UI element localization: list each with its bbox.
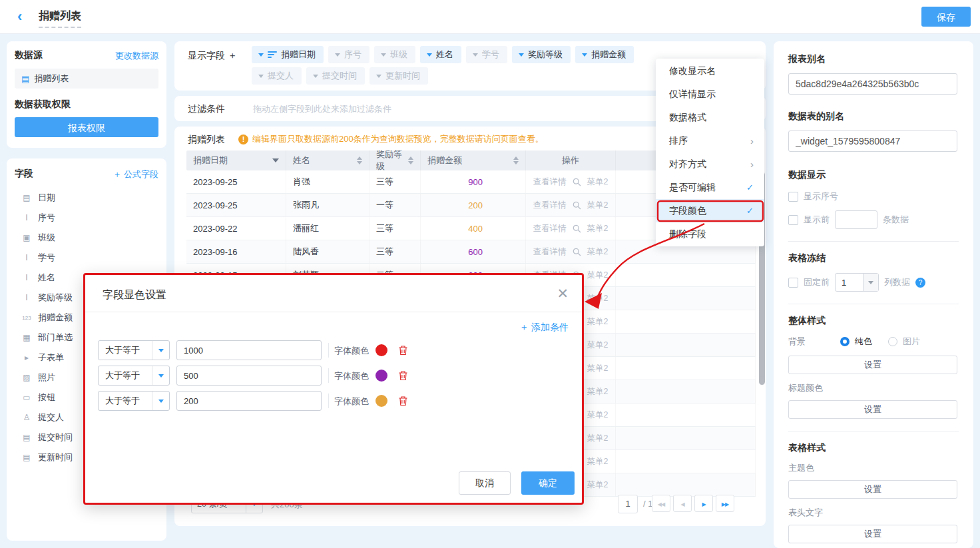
search-icon[interactable] (573, 178, 581, 186)
operator-select[interactable]: 大于等于 (98, 340, 170, 360)
prev-page-button[interactable]: ◀ (673, 495, 692, 512)
save-button[interactable]: 保存 (921, 7, 971, 27)
divider (788, 304, 959, 304)
menu2-link[interactable]: 菜单2 (587, 223, 609, 234)
display-field-chip[interactable]: 班级 (374, 46, 415, 63)
search-icon[interactable] (573, 248, 581, 256)
display-field-chip[interactable]: 学号 (466, 46, 507, 63)
display-field-chip[interactable]: 姓名 (420, 46, 461, 63)
menu2-link[interactable]: 菜单2 (587, 246, 609, 258)
bg-image-radio[interactable] (888, 337, 897, 346)
search-icon[interactable] (573, 201, 581, 210)
display-field-chip[interactable]: 更新时间 (369, 67, 428, 85)
field-item-班级[interactable]: ▣班级 (7, 228, 166, 248)
column-header-捐赠金额[interactable]: 捐赠金额 (421, 150, 526, 170)
page-number-input[interactable]: 1 (618, 495, 638, 513)
view-detail-link[interactable]: 查看详情 (533, 200, 567, 211)
menu-item-仅详情显示[interactable]: 仅详情显示 (656, 83, 764, 106)
sort-icon[interactable] (408, 156, 413, 164)
first-page-button[interactable]: ◀◀ (652, 495, 670, 512)
menu2-link[interactable]: 菜单2 (587, 340, 609, 351)
menu2-link[interactable]: 菜单2 (587, 479, 609, 491)
change-datasource-link[interactable]: 更改数据源 (115, 50, 158, 62)
display-field-chip[interactable]: 提交时间 (306, 67, 365, 85)
header-text-set-button[interactable]: 设置 (788, 525, 957, 543)
view-detail-link[interactable]: 查看详情 (533, 176, 567, 188)
next-page-button[interactable]: ▶ (694, 495, 713, 512)
view-detail-link[interactable]: 查看详情 (533, 223, 567, 234)
menu2-link[interactable]: 菜单2 (587, 316, 609, 328)
menu-item-排序[interactable]: 排序› (656, 129, 764, 152)
add-condition-link[interactable]: ＋ 添加条件 (519, 322, 569, 334)
menu-item-删除字段[interactable]: 删除字段 (656, 222, 764, 246)
menu-item-修改显示名[interactable]: 修改显示名 (656, 59, 764, 83)
menu2-link[interactable]: 菜单2 (587, 200, 609, 211)
column-header-奖励等级[interactable]: 奖励等级 (369, 150, 421, 170)
delete-icon[interactable] (398, 345, 408, 358)
menu2-link[interactable]: 菜单2 (587, 456, 609, 467)
column-header-捐赠日期[interactable]: 捐赠日期 (186, 150, 286, 170)
operator-select[interactable]: 大于等于 (98, 366, 170, 386)
display-field-chip[interactable]: 奖励等级 (512, 46, 571, 63)
threshold-input[interactable] (176, 340, 322, 360)
add-formula-field-link[interactable]: ＋ 公式字段 (113, 168, 158, 180)
menu2-link[interactable]: 菜单2 (587, 410, 609, 421)
fix-first-checkbox[interactable] (788, 278, 798, 288)
color-swatch[interactable] (375, 344, 387, 356)
column-header-操作[interactable]: 操作 (526, 150, 616, 170)
cancel-button[interactable]: 取消 (459, 471, 511, 495)
confirm-button[interactable]: 确定 (521, 471, 575, 495)
threshold-input[interactable] (176, 366, 322, 386)
theme-color-set-button[interactable]: 设置 (788, 480, 957, 499)
report-permission-button[interactable]: 报表权限 (15, 117, 158, 137)
threshold-input[interactable] (176, 391, 322, 411)
display-field-chip[interactable]: 捐赠日期 (252, 46, 324, 63)
filter-dropzone[interactable]: 拖动左侧字段到此处来添加过滤条件 (253, 103, 391, 115)
back-icon[interactable]: ‹ (17, 8, 22, 25)
field-item-序号[interactable]: Ⅰ序号 (7, 208, 166, 228)
chevron-down-icon (376, 75, 381, 78)
menu-item-对齐方式[interactable]: 对齐方式› (656, 152, 764, 176)
last-page-button[interactable]: ▶▶ (716, 495, 734, 512)
help-icon[interactable]: ? (915, 278, 925, 288)
menu2-link[interactable]: 菜单2 (587, 293, 609, 304)
display-field-chip[interactable]: 序号 (328, 46, 369, 63)
sort-icon[interactable] (357, 156, 362, 164)
operator-select[interactable]: 大于等于 (98, 391, 170, 411)
show-serial-checkbox[interactable] (788, 192, 798, 202)
field-item-日期[interactable]: ▤日期 (7, 188, 166, 208)
operations-cell: 查看详情菜单2 (526, 240, 616, 263)
search-icon[interactable] (573, 224, 581, 233)
color-swatch[interactable] (375, 370, 387, 382)
freeze-count-select[interactable]: 1 (835, 273, 879, 292)
column-header-label: 捐赠日期 (193, 154, 228, 166)
column-header-姓名[interactable]: 姓名 (286, 150, 369, 170)
datasource-item[interactable]: ▤ 捐赠列表 (15, 69, 158, 89)
menu2-link[interactable]: 菜单2 (587, 363, 609, 374)
display-field-chip[interactable]: 捐赠金额 (575, 46, 634, 63)
view-detail-link[interactable]: 查看详情 (533, 246, 567, 258)
show-first-count-input[interactable] (835, 210, 877, 229)
menu-item-字段颜色[interactable]: 字段颜色✓ (656, 199, 764, 222)
menu2-link[interactable]: 菜单2 (587, 270, 609, 281)
display-field-chip[interactable]: 提交人 (252, 67, 302, 85)
delete-icon[interactable] (398, 396, 408, 409)
sort-desc-icon[interactable] (272, 158, 279, 162)
close-icon[interactable]: ✕ (557, 286, 569, 300)
bg-solid-radio[interactable] (840, 337, 850, 346)
menu-item-是否可编辑[interactable]: 是否可编辑✓ (656, 176, 764, 199)
sort-icon[interactable] (513, 156, 519, 164)
menu2-link[interactable]: 菜单2 (587, 433, 609, 444)
field-item-label: 部门单选 (38, 332, 73, 344)
color-swatch[interactable] (375, 395, 387, 407)
title-color-set-button[interactable]: 设置 (788, 400, 957, 419)
background-set-button[interactable]: 设置 (788, 356, 957, 374)
field-item-学号[interactable]: Ⅰ学号 (7, 248, 166, 268)
show-first-checkbox[interactable] (788, 215, 798, 225)
delete-icon[interactable] (398, 370, 408, 384)
table-alias-input[interactable] (788, 131, 957, 152)
report-alias-input[interactable] (788, 73, 957, 95)
menu2-link[interactable]: 菜单2 (587, 176, 609, 188)
menu-item-数据格式[interactable]: 数据格式 (656, 106, 764, 129)
menu2-link[interactable]: 菜单2 (587, 386, 609, 398)
